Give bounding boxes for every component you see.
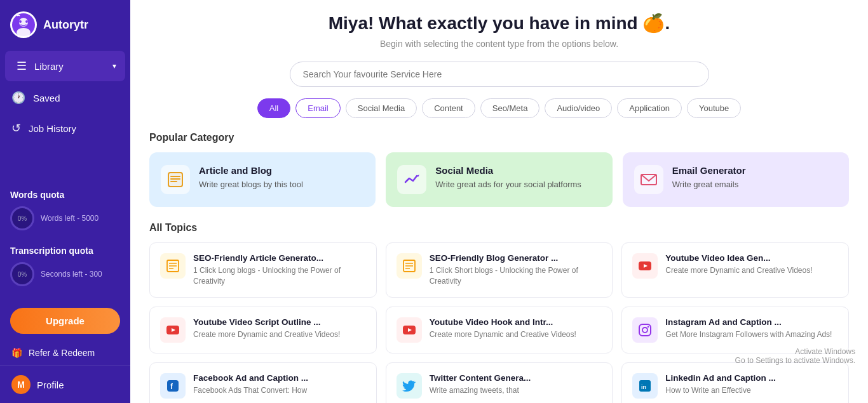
instagram-ad-icon (632, 317, 658, 343)
search-bar (149, 62, 849, 87)
svg-text:in: in (641, 384, 646, 390)
facebook-ad-icon: f (160, 373, 186, 399)
seo-blog-info: SEO-Friendly Blog Generator ... 1 Click … (430, 253, 602, 287)
email-generator-icon (634, 165, 663, 194)
youtube-script-title: Youtube Video Script Outline ... (193, 317, 340, 327)
youtube-hook-info: Youtube Video Hook and Intr... Create mo… (430, 317, 576, 340)
topic-card-youtube-script[interactable]: Youtube Video Script Outline ... Create … (149, 307, 377, 353)
avatar: M (11, 375, 31, 394)
youtube-idea-icon (632, 253, 658, 279)
youtube-script-icon (160, 317, 186, 343)
words-quota-label: Words quota (10, 190, 120, 200)
filter-tab-application[interactable]: Application (617, 98, 682, 118)
svg-point-3 (19, 20, 22, 23)
transcription-quota-section: Transcription quota 0% Seconds left - 30… (0, 243, 130, 301)
topic-card-instagram-ad[interactable]: Instagram Ad and Caption ... Get More In… (621, 307, 849, 353)
words-quota-row: 0% Words left - 5000 (10, 206, 120, 230)
sidebar-logo: Autorytr (0, 0, 130, 50)
sidebar-item-profile[interactable]: M Profile (0, 366, 130, 403)
instagram-ad-title: Instagram Ad and Caption ... (665, 317, 832, 327)
filter-tab-youtube[interactable]: Youtube (687, 98, 741, 118)
seconds-left-text: Seconds left - 300 (41, 270, 102, 279)
sidebar-item-saved-label: Saved (33, 93, 60, 103)
search-input[interactable] (290, 62, 709, 87)
youtube-script-info: Youtube Video Script Outline ... Create … (193, 317, 340, 340)
instagram-ad-desc: Get More Instagram Followers with Amazin… (665, 329, 832, 340)
refer-label: Refer & Redeem (29, 348, 95, 358)
topic-card-facebook-ad[interactable]: f Facebook Ad and Caption ... Facebook A… (149, 362, 377, 403)
seo-blog-title: SEO-Friendly Blog Generator ... (430, 253, 602, 263)
library-icon: ☰ (17, 59, 27, 73)
popular-card-email[interactable]: Email Generator Write great emails (623, 152, 849, 207)
topic-card-youtube-hook[interactable]: Youtube Video Hook and Intr... Create mo… (386, 307, 613, 353)
transcription-quota-label: Transcription quota (10, 246, 120, 256)
filter-tab-social-media[interactable]: Social Media (346, 98, 417, 118)
topic-card-linkedin[interactable]: in Linkedin Ad and Caption ... How to Wr… (621, 362, 849, 403)
popular-grid: Article and Blog Write great blogs by th… (149, 152, 849, 207)
seo-article-icon (160, 253, 186, 279)
youtube-hook-icon (397, 317, 422, 343)
words-quota-section: Words quota 0% Words left - 5000 (0, 181, 130, 243)
instagram-ad-info: Instagram Ad and Caption ... Get More In… (665, 317, 832, 340)
gift-icon: 🎁 (11, 348, 22, 358)
job-history-icon: ↺ (11, 121, 21, 135)
sidebar-item-job-history[interactable]: ↺ Job History (0, 113, 130, 143)
words-quota-circle: 0% (10, 206, 34, 230)
svg-rect-28 (167, 380, 179, 392)
topic-card-youtube-idea[interactable]: Youtube Video Idea Gen... Create more Dy… (621, 242, 849, 298)
popular-section-title: Popular Category (149, 132, 849, 143)
svg-point-26 (642, 327, 648, 333)
popular-card-social-media[interactable]: Social Media Write great ads for your so… (386, 152, 612, 207)
seo-article-desc: 1 Click Long blogs - Unlocking the Power… (193, 265, 366, 287)
topic-card-seo-blog[interactable]: SEO-Friendly Blog Generator ... 1 Click … (386, 242, 613, 298)
youtube-idea-desc: Create more Dynamic and Creative Videos! (665, 265, 812, 276)
svg-marker-9 (417, 175, 419, 177)
youtube-script-desc: Create more Dynamic and Creative Videos! (193, 329, 340, 340)
sidebar-item-saved[interactable]: 🕐 Saved (0, 83, 130, 113)
logo-avatar (10, 11, 37, 38)
upgrade-button[interactable]: Upgrade (10, 308, 120, 334)
svg-point-4 (25, 20, 28, 23)
main-content: Miya! What exactly you have in mind 🍊. B… (130, 0, 868, 403)
svg-rect-25 (639, 324, 651, 336)
twitter-title: Twitter Content Genera... (430, 373, 531, 383)
email-generator-desc: Write great emails (672, 179, 746, 190)
page-subheading: Begin with selecting the content type fr… (149, 39, 849, 49)
facebook-ad-desc: Facebook Ads That Convert: How (193, 385, 308, 396)
social-media-icon (397, 165, 426, 194)
youtube-idea-title: Youtube Video Idea Gen... (665, 253, 812, 263)
seo-article-title: SEO-Friendly Article Generato... (193, 253, 366, 263)
sidebar-nav: ☰ Library 🕐 Saved ↺ Job History (0, 50, 130, 181)
popular-card-article-blog[interactable]: Article and Blog Write great blogs by th… (149, 152, 376, 207)
svg-point-27 (648, 326, 649, 327)
sidebar-item-refer[interactable]: 🎁 Refer & Redeem (0, 340, 130, 366)
topics-grid: SEO-Friendly Article Generato... 1 Click… (149, 242, 849, 403)
article-blog-title: Article and Blog (199, 165, 303, 176)
facebook-ad-title: Facebook Ad and Caption ... (193, 373, 308, 383)
filter-tab-all[interactable]: All (257, 98, 290, 118)
twitter-icon (397, 373, 422, 399)
seo-blog-icon (397, 253, 422, 279)
filter-tab-content[interactable]: Content (422, 98, 475, 118)
linkedin-icon: in (632, 373, 658, 399)
social-media-info: Social Media Write great ads for your so… (435, 165, 581, 190)
all-topics-title: All Topics (149, 222, 849, 234)
filter-tabs: All Email Social Media Content Seo/Meta … (149, 98, 849, 118)
linkedin-desc: How to Write an Effective (665, 385, 776, 396)
seo-article-info: SEO-Friendly Article Generato... 1 Click… (193, 253, 366, 287)
filter-tab-audio-video[interactable]: Audio/video (545, 98, 612, 118)
linkedin-info: Linkedin Ad and Caption ... How to Write… (665, 373, 776, 396)
topic-card-seo-article[interactable]: SEO-Friendly Article Generato... 1 Click… (149, 242, 377, 298)
twitter-info: Twitter Content Genera... Write amazing … (430, 373, 531, 396)
sidebar-item-library-label: Library (34, 61, 64, 72)
twitter-desc: Write amazing tweets, that (430, 385, 531, 396)
topic-card-twitter[interactable]: Twitter Content Genera... Write amazing … (386, 362, 613, 403)
linkedin-title: Linkedin Ad and Caption ... (665, 373, 776, 383)
sidebar-item-library[interactable]: ☰ Library (5, 51, 125, 81)
youtube-idea-info: Youtube Video Idea Gen... Create more Dy… (665, 253, 812, 276)
transcription-quota-row: 0% Seconds left - 300 (10, 262, 120, 286)
filter-tab-seo-meta[interactable]: Seo/Meta (480, 98, 540, 118)
youtube-hook-title: Youtube Video Hook and Intr... (430, 317, 576, 327)
filter-tab-email[interactable]: Email (295, 98, 341, 118)
article-blog-info: Article and Blog Write great blogs by th… (199, 165, 303, 190)
